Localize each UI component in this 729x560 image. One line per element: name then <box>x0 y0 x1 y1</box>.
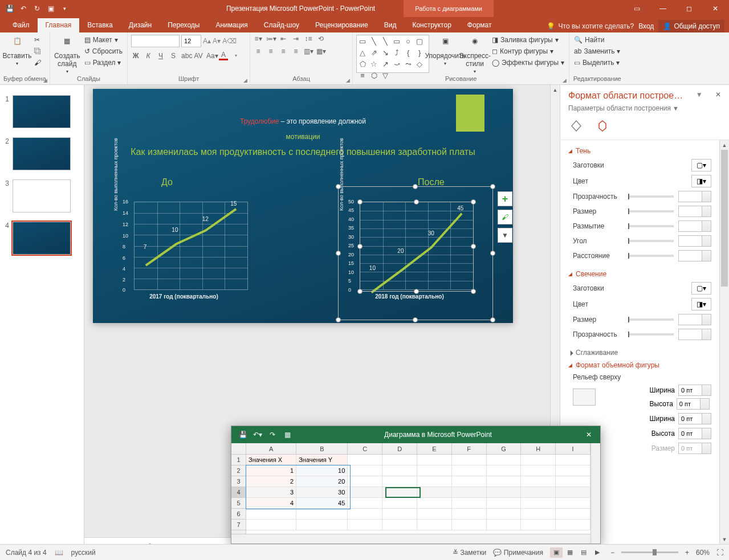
col-D[interactable]: D <box>382 443 417 454</box>
color-dropdown[interactable]: ◨▾ <box>691 175 711 187</box>
width2-spin[interactable]: 0 пт <box>678 413 711 424</box>
excel-close-icon[interactable]: ✕ <box>577 431 600 439</box>
font-name-input[interactable] <box>131 35 180 47</box>
bevel-height-spin[interactable]: 0 пт <box>677 398 710 410</box>
paste-button[interactable]: 📋Вставить▾ <box>3 35 31 66</box>
glow-presets-dropdown[interactable]: ▢▾ <box>691 282 711 295</box>
col-B[interactable]: B <box>296 443 348 454</box>
col-H[interactable]: H <box>521 443 556 454</box>
xl-save-icon[interactable]: 💾 <box>237 431 249 439</box>
blur-spin[interactable] <box>678 220 711 232</box>
thumb-1[interactable] <box>13 95 71 128</box>
pane-scrollbar[interactable]: ▲ ▼ <box>719 140 729 544</box>
dialog-launcher-icon[interactable]: ◢ <box>243 77 247 83</box>
bold-icon[interactable]: Ж <box>131 52 140 60</box>
numbering-icon[interactable]: ≔▾ <box>266 35 275 43</box>
line-spacing-icon[interactable]: ↕≡ <box>304 35 313 43</box>
qat-more-icon[interactable]: ▾ <box>59 3 70 14</box>
select-all-corner[interactable] <box>231 443 246 455</box>
tab-insert[interactable]: Вставка <box>79 18 121 32</box>
strike-icon[interactable]: S <box>169 52 178 60</box>
new-slide-button[interactable]: ▦Создать слайд▾ <box>54 35 81 74</box>
tab-design[interactable]: Дизайн <box>121 18 160 32</box>
reset-button[interactable]: ↺Сбросить <box>83 46 124 56</box>
quick-styles-button[interactable]: ◉Экспресс-стили▾ <box>461 35 488 74</box>
distance-slider[interactable] <box>628 255 674 257</box>
undo-icon[interactable]: ↶ <box>18 3 28 14</box>
reading-view-icon[interactable]: ▤ <box>577 547 590 558</box>
tab-constructor[interactable]: Конструктор <box>404 18 459 32</box>
size-slider[interactable] <box>628 210 674 212</box>
xl-hscroll[interactable] <box>231 534 590 543</box>
scroll-thumb[interactable] <box>721 150 728 287</box>
glow-size-spin[interactable] <box>678 314 711 325</box>
thumb-4[interactable] <box>13 222 71 255</box>
font-size-input[interactable] <box>181 35 201 47</box>
size3-spin[interactable]: 0 пт <box>678 443 711 454</box>
format-painter-button[interactable]: 🖌 <box>33 58 42 68</box>
tab-slideshow[interactable]: Слайд-шоу <box>256 18 307 32</box>
tab-view[interactable]: Вид <box>376 18 405 32</box>
section-shadow[interactable]: ◢Тень <box>568 147 711 155</box>
excel-window[interactable]: 💾 ↶▾ ↷ ▦ Диаграмма в Microsoft PowerPoin… <box>231 426 601 544</box>
pane-close-icon[interactable]: ✕ <box>715 91 721 99</box>
bevel-width-spin[interactable]: 0 пт <box>678 385 711 396</box>
dialog-launcher-icon[interactable]: ◢ <box>43 77 47 83</box>
align-center-icon[interactable]: ≡ <box>266 47 275 55</box>
excel-grid[interactable]: A B C D E F G H I 1234567 Значения X Зна… <box>231 443 600 543</box>
xl-vscroll[interactable] <box>590 443 600 543</box>
find-button[interactable]: 🔍Найти <box>573 35 621 45</box>
chart-add-button[interactable]: + <box>498 191 512 206</box>
section-3d[interactable]: ◢Формат объемной фигуры <box>568 361 711 369</box>
close-icon[interactable]: ✕ <box>704 0 727 17</box>
underline-icon[interactable]: Ч <box>156 52 165 60</box>
shape-fill-button[interactable]: ◨Заливка фигуры ▾ <box>491 35 565 45</box>
col-I[interactable]: I <box>556 443 590 454</box>
layout-button[interactable]: ▤Макет ▾ <box>83 35 124 45</box>
glow-trans-spin[interactable] <box>678 329 711 340</box>
start-icon[interactable]: ▣ <box>46 3 56 14</box>
bullets-icon[interactable]: ≡▾ <box>254 35 263 43</box>
zoom-out-icon[interactable]: − <box>610 549 614 557</box>
transparency-spin[interactable] <box>678 191 711 202</box>
chart-before[interactable]: Кол-во выполненных проектов 161412108642… <box>117 187 251 301</box>
select-button[interactable]: ▭Выделить ▾ <box>573 58 621 68</box>
align-right-icon[interactable]: ≡ <box>279 47 288 55</box>
clear-format-icon[interactable]: A⌫ <box>222 37 237 45</box>
glow-size-slider[interactable] <box>628 318 674 321</box>
shapes-gallery[interactable]: ▭╲╲▭○▢△ ⇗↘⤴{}⬠☆ ↗⤻⤳◇≡⬡▽ <box>356 35 429 73</box>
tell-me-search[interactable]: 💡Что вы хотите сделать? <box>547 22 634 30</box>
spacing-icon[interactable]: AV <box>194 52 203 60</box>
shrink-font-icon[interactable]: A▾ <box>213 37 221 45</box>
shape-outline-button[interactable]: ◻Контур фигуры ▾ <box>491 46 565 56</box>
pane-subtitle[interactable]: Параметры области построения ▼ <box>560 104 729 118</box>
grow-font-icon[interactable]: A▴ <box>203 37 211 45</box>
save-icon[interactable]: 💾 <box>5 3 15 14</box>
thumb-3[interactable] <box>13 179 71 212</box>
col-G[interactable]: G <box>487 443 522 454</box>
col-E[interactable]: E <box>417 443 452 454</box>
scroll-up-icon[interactable]: ▲ <box>551 85 560 95</box>
slide-indicator[interactable]: Слайд 4 из 4 <box>6 549 47 557</box>
smartart-icon[interactable]: ▦▾ <box>316 47 325 55</box>
shadow-icon[interactable]: abc <box>181 52 190 60</box>
dialog-launcher-icon[interactable]: ◢ <box>346 77 350 83</box>
effects-tab-icon[interactable] <box>594 118 610 134</box>
xl-redo-icon[interactable]: ↷ <box>267 431 278 439</box>
col-F[interactable]: F <box>452 443 487 454</box>
blur-slider[interactable] <box>628 225 674 227</box>
glow-color-dropdown[interactable]: ◨▾ <box>691 298 711 310</box>
login-link[interactable]: Вход <box>638 22 654 30</box>
tab-home[interactable]: Главная <box>38 18 80 32</box>
glow-trans-slider[interactable] <box>628 333 674 336</box>
zoom-in-icon[interactable]: + <box>685 549 689 557</box>
redo-icon[interactable]: ↻ <box>32 3 42 14</box>
tab-transitions[interactable]: Переходы <box>160 18 207 32</box>
indent-inc-icon[interactable]: ⇥ <box>291 35 300 43</box>
scroll-down-icon[interactable]: ▼ <box>720 534 729 544</box>
section-button[interactable]: ▭Раздел ▾ <box>83 58 124 68</box>
spell-icon[interactable]: 📖 <box>55 549 63 557</box>
transparency-slider[interactable] <box>628 195 674 198</box>
font-color-icon[interactable]: A <box>219 51 228 60</box>
zoom-slider[interactable] <box>621 551 678 553</box>
